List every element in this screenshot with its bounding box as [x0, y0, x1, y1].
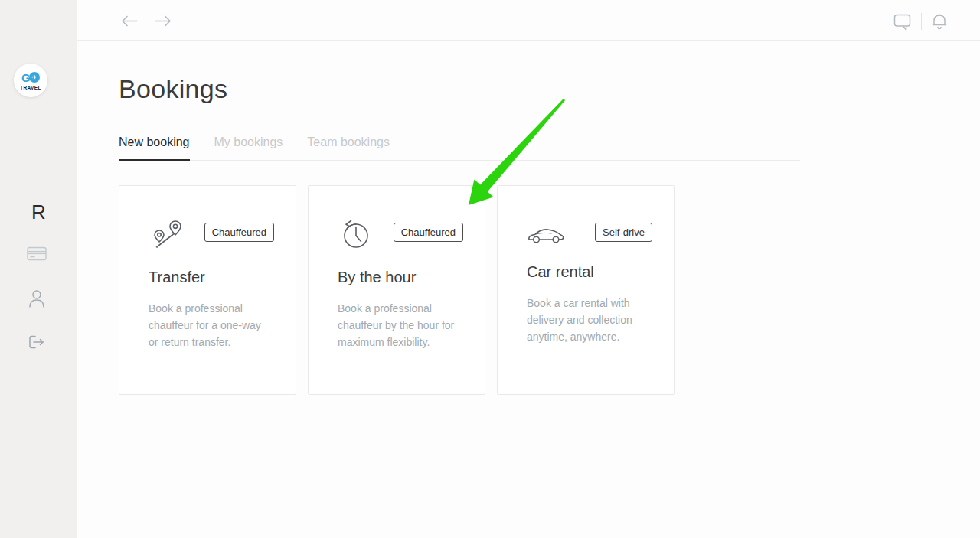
airplane-icon: ✈	[29, 72, 40, 83]
tab-my-bookings[interactable]: My bookings	[214, 135, 283, 160]
card-by-the-hour[interactable]: Chauffeured By the hour Book a professio…	[308, 185, 485, 395]
card-head: Chauffeured	[119, 186, 296, 252]
route-pins-icon	[149, 217, 184, 252]
service-badge: Chauffeured	[204, 223, 274, 242]
topbar	[77, 0, 980, 41]
back-arrow-icon[interactable]	[120, 15, 139, 28]
tab-bar: New booking My bookings Team bookings	[119, 135, 800, 161]
chat-icon[interactable]	[893, 14, 912, 31]
tab-new-booking[interactable]: New booking	[119, 135, 190, 160]
card-transfer[interactable]: Chauffeured Transfer Book a professional…	[119, 185, 296, 395]
hourly-clock-icon	[338, 217, 373, 252]
notifications-bell-icon[interactable]	[931, 11, 948, 31]
profile-icon[interactable]	[28, 289, 45, 308]
go-travel-logo[interactable]: G ✈ TRAVEL	[14, 64, 47, 97]
service-badge: Self-drive	[595, 223, 652, 242]
logout-icon[interactable]	[28, 335, 45, 349]
logo-wordmark: G ✈	[21, 71, 40, 84]
tab-team-bookings[interactable]: Team bookings	[307, 135, 390, 160]
card-title: Transfer	[149, 269, 296, 286]
booking-type-cards: Chauffeured Transfer Book a professional…	[119, 185, 675, 395]
card-title: Car rental	[527, 263, 674, 281]
card-car-rental[interactable]: Self-drive Car rental Book a car rental …	[497, 185, 675, 395]
card-head: Self-drive	[498, 186, 674, 246]
card-title: By the hour	[338, 269, 485, 286]
card-description: Book a professional chauffeur by the hou…	[338, 300, 462, 351]
forward-arrow-icon[interactable]	[154, 15, 172, 28]
card-description: Book a car rental with delivery and coll…	[527, 295, 651, 345]
logo-travel-text: TRAVEL	[20, 85, 41, 90]
car-icon	[527, 217, 565, 246]
card-description: Book a professional chauffeur for a one-…	[149, 300, 273, 351]
workspace-initial[interactable]: R	[0, 201, 77, 224]
sidebar: G ✈ TRAVEL R	[0, 0, 77, 538]
card-head: Chauffeured	[309, 186, 485, 252]
page-title: Bookings	[119, 74, 227, 104]
service-badge: Chauffeured	[394, 223, 463, 242]
topbar-divider	[921, 13, 922, 30]
billing-card-icon[interactable]	[27, 246, 47, 262]
